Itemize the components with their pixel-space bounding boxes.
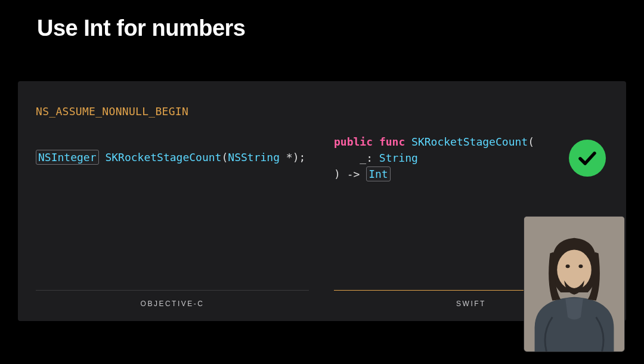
swift-func-name: SKRocketStageCount [411, 135, 528, 148]
swift-param-type: String [379, 152, 418, 164]
swift-open-paren: ( [528, 135, 534, 148]
swift-param-prefix: _: [334, 152, 379, 164]
svg-point-2 [557, 250, 591, 290]
status-ok-badge [569, 140, 606, 177]
swift-code-block: public func SKRocketStageCount( _: Strin… [334, 134, 534, 182]
objc-param-type: NSString [228, 151, 280, 164]
speaker-video-pip [524, 216, 625, 352]
objc-macro: NS_ASSUME_NONNULL_BEGIN [36, 105, 188, 118]
divider-objc [36, 290, 309, 291]
swift-close-arrow: ) -> [334, 168, 366, 180]
svg-point-3 [566, 264, 570, 268]
objc-return-type: NSInteger [36, 150, 99, 165]
objc-sig-rest: *); [280, 151, 305, 164]
swift-return-type: Int [366, 166, 391, 181]
objc-code-block: NSInteger SKRocketStageCount(NSString *)… [36, 149, 305, 165]
objc-sig-open: ( [221, 151, 228, 164]
check-icon [577, 147, 598, 169]
swift-kw-func: func [379, 135, 405, 148]
svg-point-4 [578, 264, 583, 268]
lang-label-objc: OBJECTIVE-C [36, 300, 309, 308]
swift-kw-public: public [334, 135, 373, 148]
slide-title: Use Int for numbers [37, 16, 245, 41]
speaker-silhouette [524, 217, 624, 351]
objc-func-name: SKRocketStageCount [105, 151, 221, 164]
